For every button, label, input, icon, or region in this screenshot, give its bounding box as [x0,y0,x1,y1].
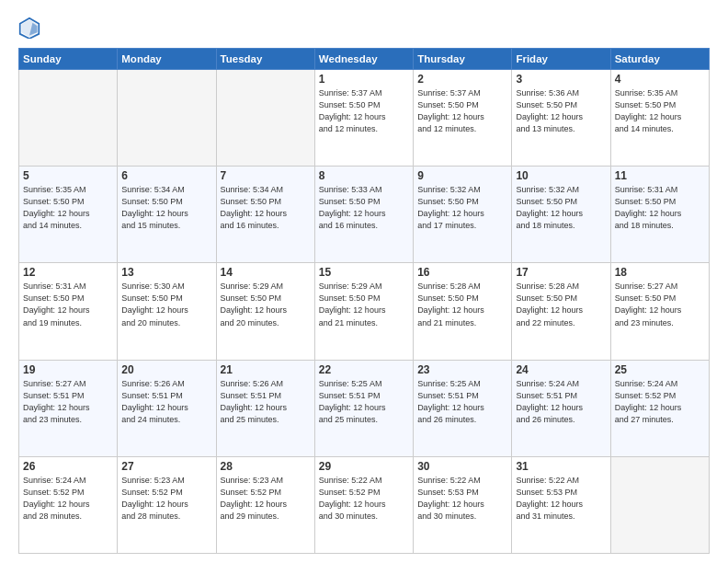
day-info: Sunrise: 5:27 AM Sunset: 5:51 PM Dayligh… [23,378,113,426]
day-info: Sunrise: 5:34 AM Sunset: 5:50 PM Dayligh… [121,184,211,232]
day-info: Sunrise: 5:36 AM Sunset: 5:50 PM Dayligh… [516,87,606,135]
day-number: 25 [615,363,705,376]
day-number: 28 [221,460,311,473]
day-number: 13 [121,266,211,279]
day-info: Sunrise: 5:29 AM Sunset: 5:50 PM Dayligh… [319,281,409,328]
day-info: Sunrise: 5:33 AM Sunset: 5:50 PM Dayligh… [319,184,409,232]
calendar-cell: 18Sunrise: 5:27 AM Sunset: 5:50 PM Dayli… [610,263,709,360]
calendar-cell: 30Sunrise: 5:22 AM Sunset: 5:53 PM Dayli… [414,456,512,553]
calendar-week-4: 19Sunrise: 5:27 AM Sunset: 5:51 PM Dayli… [19,360,710,456]
day-number: 26 [23,460,113,473]
day-info: Sunrise: 5:22 AM Sunset: 5:52 PM Dayligh… [319,475,409,523]
header [18,17,710,39]
day-info: Sunrise: 5:27 AM Sunset: 5:50 PM Dayligh… [615,281,705,328]
calendar-week-5: 26Sunrise: 5:24 AM Sunset: 5:52 PM Dayli… [19,456,710,553]
day-info: Sunrise: 5:31 AM Sunset: 5:50 PM Dayligh… [23,281,113,328]
day-header-wednesday: Wednesday [314,49,413,70]
day-number: 27 [121,460,211,473]
day-number: 12 [23,266,113,279]
calendar-cell: 4Sunrise: 5:35 AM Sunset: 5:50 PM Daylig… [610,70,709,167]
calendar-cell: 2Sunrise: 5:37 AM Sunset: 5:50 PM Daylig… [414,70,512,167]
day-number: 4 [615,73,705,86]
calendar-cell [216,70,314,167]
day-header-thursday: Thursday [414,49,512,70]
day-info: Sunrise: 5:26 AM Sunset: 5:51 PM Dayligh… [221,378,311,426]
day-info: Sunrise: 5:25 AM Sunset: 5:51 PM Dayligh… [319,378,409,426]
calendar-cell: 1Sunrise: 5:37 AM Sunset: 5:50 PM Daylig… [314,70,413,167]
day-number: 29 [319,460,409,473]
day-number: 19 [23,363,113,376]
calendar-week-1: 1Sunrise: 5:37 AM Sunset: 5:50 PM Daylig… [19,70,710,167]
day-number: 21 [221,363,311,376]
calendar-cell: 29Sunrise: 5:22 AM Sunset: 5:52 PM Dayli… [314,456,413,553]
day-number: 18 [615,266,705,279]
day-number: 2 [417,73,507,86]
day-number: 11 [615,169,705,182]
calendar-cell: 17Sunrise: 5:28 AM Sunset: 5:50 PM Dayli… [512,263,610,360]
day-info: Sunrise: 5:24 AM Sunset: 5:52 PM Dayligh… [23,475,113,523]
day-number: 30 [417,460,507,473]
day-info: Sunrise: 5:24 AM Sunset: 5:52 PM Dayligh… [615,378,705,426]
day-info: Sunrise: 5:22 AM Sunset: 5:53 PM Dayligh… [417,475,507,523]
day-info: Sunrise: 5:29 AM Sunset: 5:50 PM Dayligh… [221,281,311,328]
day-info: Sunrise: 5:34 AM Sunset: 5:50 PM Dayligh… [221,184,311,232]
day-info: Sunrise: 5:22 AM Sunset: 5:53 PM Dayligh… [516,475,606,523]
day-number: 5 [23,169,113,182]
calendar-cell: 7Sunrise: 5:34 AM Sunset: 5:50 PM Daylig… [216,167,314,263]
calendar-cell: 22Sunrise: 5:25 AM Sunset: 5:51 PM Dayli… [314,360,413,456]
day-info: Sunrise: 5:35 AM Sunset: 5:50 PM Dayligh… [615,87,705,135]
calendar-cell [118,70,216,167]
day-number: 31 [516,460,606,473]
calendar-cell: 20Sunrise: 5:26 AM Sunset: 5:51 PM Dayli… [118,360,216,456]
day-info: Sunrise: 5:28 AM Sunset: 5:50 PM Dayligh… [516,281,606,328]
day-number: 8 [319,169,409,182]
calendar-cell: 25Sunrise: 5:24 AM Sunset: 5:52 PM Dayli… [610,360,709,456]
day-number: 20 [121,363,211,376]
logo [18,17,44,39]
page: SundayMondayTuesdayWednesdayThursdayFrid… [0,0,728,563]
day-header-monday: Monday [118,49,216,70]
day-number: 17 [516,266,606,279]
calendar-cell: 31Sunrise: 5:22 AM Sunset: 5:53 PM Dayli… [512,456,610,553]
day-number: 16 [417,266,507,279]
calendar-cell [19,70,118,167]
day-info: Sunrise: 5:25 AM Sunset: 5:51 PM Dayligh… [417,378,507,426]
day-number: 6 [121,169,211,182]
logo-icon [18,17,40,39]
day-info: Sunrise: 5:31 AM Sunset: 5:50 PM Dayligh… [615,184,705,232]
day-info: Sunrise: 5:37 AM Sunset: 5:50 PM Dayligh… [417,87,507,135]
calendar-cell: 12Sunrise: 5:31 AM Sunset: 5:50 PM Dayli… [19,263,118,360]
calendar-cell: 28Sunrise: 5:23 AM Sunset: 5:52 PM Dayli… [216,456,314,553]
day-info: Sunrise: 5:26 AM Sunset: 5:51 PM Dayligh… [121,378,211,426]
day-header-saturday: Saturday [610,49,709,70]
calendar-cell [610,456,709,553]
calendar-cell: 19Sunrise: 5:27 AM Sunset: 5:51 PM Dayli… [19,360,118,456]
day-header-friday: Friday [512,49,610,70]
day-number: 3 [516,73,606,86]
day-info: Sunrise: 5:23 AM Sunset: 5:52 PM Dayligh… [121,475,211,523]
day-number: 22 [319,363,409,376]
calendar-cell: 5Sunrise: 5:35 AM Sunset: 5:50 PM Daylig… [19,167,118,263]
calendar-cell: 3Sunrise: 5:36 AM Sunset: 5:50 PM Daylig… [512,70,610,167]
day-info: Sunrise: 5:28 AM Sunset: 5:50 PM Dayligh… [417,281,507,328]
calendar-cell: 27Sunrise: 5:23 AM Sunset: 5:52 PM Dayli… [118,456,216,553]
calendar-cell: 10Sunrise: 5:32 AM Sunset: 5:50 PM Dayli… [512,167,610,263]
day-header-sunday: Sunday [19,49,118,70]
calendar-cell: 16Sunrise: 5:28 AM Sunset: 5:50 PM Dayli… [414,263,512,360]
day-number: 1 [319,73,409,86]
day-info: Sunrise: 5:35 AM Sunset: 5:50 PM Dayligh… [23,184,113,232]
day-info: Sunrise: 5:32 AM Sunset: 5:50 PM Dayligh… [516,184,606,232]
calendar-cell: 21Sunrise: 5:26 AM Sunset: 5:51 PM Dayli… [216,360,314,456]
day-info: Sunrise: 5:23 AM Sunset: 5:52 PM Dayligh… [221,475,311,523]
day-number: 14 [221,266,311,279]
day-number: 10 [516,169,606,182]
day-info: Sunrise: 5:24 AM Sunset: 5:51 PM Dayligh… [516,378,606,426]
calendar-cell: 6Sunrise: 5:34 AM Sunset: 5:50 PM Daylig… [118,167,216,263]
day-number: 9 [417,169,507,182]
calendar-cell: 23Sunrise: 5:25 AM Sunset: 5:51 PM Dayli… [414,360,512,456]
calendar-cell: 24Sunrise: 5:24 AM Sunset: 5:51 PM Dayli… [512,360,610,456]
calendar-cell: 8Sunrise: 5:33 AM Sunset: 5:50 PM Daylig… [314,167,413,263]
calendar-cell: 15Sunrise: 5:29 AM Sunset: 5:50 PM Dayli… [314,263,413,360]
calendar-cell: 11Sunrise: 5:31 AM Sunset: 5:50 PM Dayli… [610,167,709,263]
calendar-week-2: 5Sunrise: 5:35 AM Sunset: 5:50 PM Daylig… [19,167,710,263]
